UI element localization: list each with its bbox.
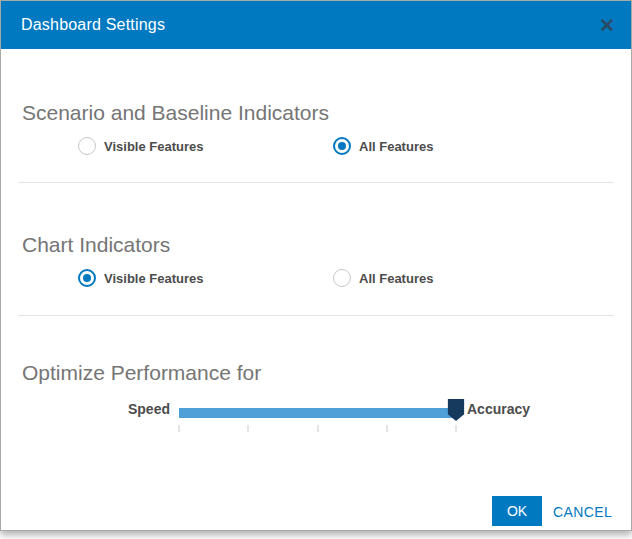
radio-label: All Features <box>359 139 433 154</box>
ok-button[interactable]: OK <box>492 496 542 526</box>
cancel-button[interactable]: CANCEL <box>553 504 612 520</box>
radio-label: All Features <box>359 271 433 286</box>
radio-button-icon <box>78 269 96 287</box>
slider-ticks <box>179 425 456 433</box>
radio-scenario-all-features[interactable]: All Features <box>333 137 433 155</box>
slider-tick <box>317 425 318 432</box>
slider-tick <box>248 425 249 432</box>
section-heading-optimize-performance: Optimize Performance for <box>22 361 261 385</box>
dashboard-settings-dialog: Dashboard Settings ✕ Scenario and Baseli… <box>0 0 632 531</box>
radio-chart-visible-features[interactable]: Visible Features <box>78 269 203 287</box>
section-heading-chart-indicators: Chart Indicators <box>22 233 170 257</box>
slider-max-label: Accuracy <box>467 401 530 417</box>
radio-chart-all-features[interactable]: All Features <box>333 269 433 287</box>
performance-slider-track[interactable] <box>179 408 456 418</box>
dashboard-settings-dialog-stage: Dashboard Settings ✕ Scenario and Baseli… <box>0 0 632 539</box>
radio-label: Visible Features <box>104 139 203 154</box>
performance-slider-handle[interactable] <box>448 399 465 421</box>
radio-button-icon <box>78 137 96 155</box>
section-divider <box>18 182 614 183</box>
radio-scenario-visible-features[interactable]: Visible Features <box>78 137 203 155</box>
slider-tick <box>456 425 457 432</box>
radio-label: Visible Features <box>104 271 203 286</box>
close-icon: ✕ <box>599 14 615 37</box>
close-button[interactable]: ✕ <box>593 11 621 39</box>
radio-button-icon <box>333 269 351 287</box>
radio-button-icon <box>333 137 351 155</box>
section-divider <box>18 315 614 316</box>
slider-tick <box>386 425 387 432</box>
slider-min-label: Speed <box>1 401 170 417</box>
section-heading-scenario-baseline: Scenario and Baseline Indicators <box>22 101 329 125</box>
dialog-header: Dashboard Settings ✕ <box>1 1 631 49</box>
slider-tick <box>179 425 180 432</box>
dialog-title: Dashboard Settings <box>21 1 165 49</box>
